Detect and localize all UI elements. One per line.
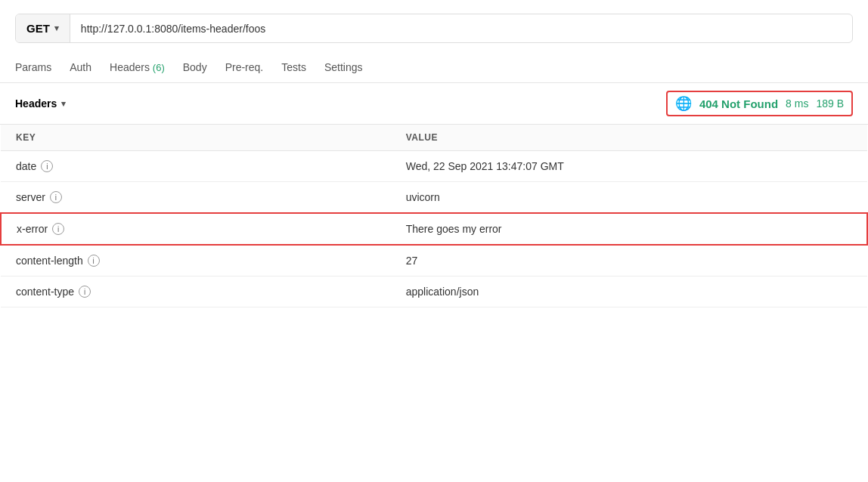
globe-icon: 🌐 [675, 95, 692, 112]
tab-tests[interactable]: Tests [281, 54, 306, 82]
tab-label-headers: Headers [110, 61, 150, 73]
response-meta: 🌐 404 Not Found 8 ms 189 B [666, 91, 853, 116]
value-cell-0: Wed, 22 Sep 2021 13:47:07 GMT [391, 151, 867, 182]
key-label-1: server [16, 191, 45, 203]
tab-auth[interactable]: Auth [70, 54, 91, 82]
table-row: x-error i There goes my error [1, 213, 867, 245]
key-cell-1: server i [16, 191, 376, 203]
key-label-2: x-error [17, 223, 48, 235]
table-row: content-type i application/json [1, 277, 867, 307]
method-chevron-icon: ▾ [54, 23, 59, 33]
key-label-4: content-type [16, 286, 74, 298]
tab-label-settings: Settings [324, 61, 363, 73]
info-icon-3[interactable]: i [88, 255, 100, 267]
tab-badge-headers: (6) [153, 62, 165, 73]
table-head: KEY VALUE [1, 125, 867, 151]
value-cell-2: There goes my error [391, 213, 867, 245]
method-label: GET [26, 22, 50, 35]
col-header-value: VALUE [391, 125, 867, 151]
table-row: date i Wed, 22 Sep 2021 13:47:07 GMT [1, 151, 867, 182]
tab-label-prereq: Pre-req. [225, 61, 264, 73]
tab-body[interactable]: Body [183, 54, 207, 82]
tab-label-body: Body [183, 61, 207, 73]
info-icon-1[interactable]: i [50, 191, 62, 203]
value-cell-3: 27 [391, 245, 867, 277]
url-input[interactable] [70, 15, 852, 42]
url-bar: GET ▾ [15, 14, 853, 43]
key-cell-0: date i [16, 160, 376, 172]
key-cell-4: content-type i [16, 286, 376, 298]
tabs-nav: ParamsAuthHeaders (6)BodyPre-req.TestsSe… [0, 54, 868, 83]
status-text: 404 Not Found [699, 97, 778, 110]
table-row: server i uvicorn [1, 182, 867, 214]
method-selector[interactable]: GET ▾ [16, 14, 70, 42]
response-size: 189 B [816, 97, 844, 110]
response-time: 8 ms [786, 97, 808, 110]
response-section-title: Headers ▾ [15, 97, 66, 110]
headers-table: KEY VALUE date i Wed, 22 Sep 2021 13:47:… [0, 125, 868, 307]
section-collapse-icon[interactable]: ▾ [61, 99, 66, 109]
tab-label-params: Params [15, 61, 51, 73]
table-row: content-length i 27 [1, 245, 867, 277]
info-icon-2[interactable]: i [52, 223, 64, 235]
value-cell-4: application/json [391, 277, 867, 307]
key-label-0: date [16, 160, 36, 172]
section-title-label: Headers [15, 97, 57, 110]
table-body: date i Wed, 22 Sep 2021 13:47:07 GMT ser… [1, 151, 867, 307]
info-icon-0[interactable]: i [41, 160, 53, 172]
response-toolbar: Headers ▾ 🌐 404 Not Found 8 ms 189 B [0, 83, 868, 125]
key-cell-2: x-error i [17, 223, 376, 235]
headers-table-wrapper: 原创：小菠萝测试笔记 KEY VALUE date i Wed, 22 Sep … [0, 125, 868, 307]
key-cell-3: content-length i [16, 255, 376, 267]
tab-headers[interactable]: Headers (6) [110, 54, 165, 82]
value-cell-1: uvicorn [391, 182, 867, 214]
tab-params[interactable]: Params [15, 54, 51, 82]
col-header-key: KEY [1, 125, 391, 151]
tab-prereq[interactable]: Pre-req. [225, 54, 264, 82]
tab-label-tests: Tests [281, 61, 306, 73]
tab-label-auth: Auth [70, 61, 91, 73]
info-icon-4[interactable]: i [79, 286, 91, 298]
tab-settings[interactable]: Settings [324, 54, 363, 82]
key-label-3: content-length [16, 255, 83, 267]
